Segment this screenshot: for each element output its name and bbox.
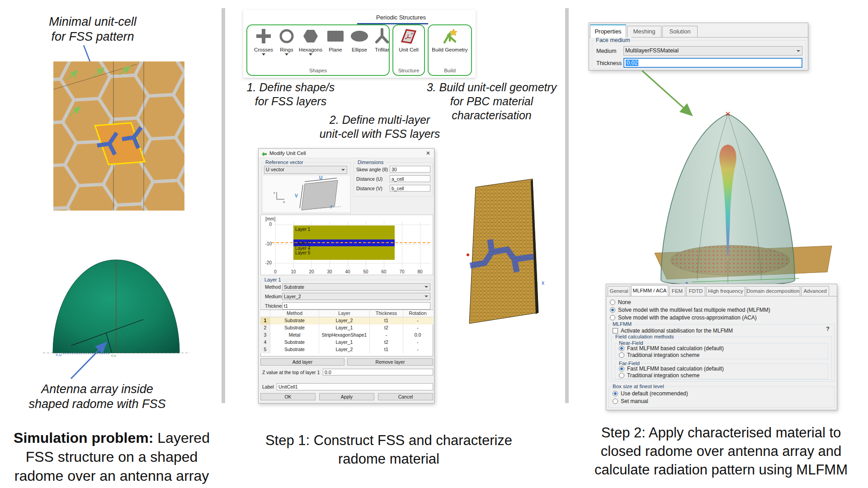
chevron-down-icon [341,169,345,173]
table-row[interactable]: 1 Substrate Layer_2 t1 - [260,317,433,324]
tab-solution[interactable]: Solution [662,26,698,38]
radio-aca[interactable]: Solve model with the adaptive cross-appr… [610,314,757,321]
tab-fdtd[interactable]: FDTD [686,286,705,296]
tab-properties[interactable]: Properties [590,24,626,38]
ribbon-button-unit-cell[interactable]: Unit Cell [395,27,422,52]
trifilar-icon [372,27,392,45]
medium-label: Medium [265,294,282,299]
table-row[interactable]: 3 Metal StripHexagonShape1 - 0.0 [260,332,433,339]
tab-advanced[interactable]: Advanced [801,286,829,296]
apply-button[interactable]: Apply [319,393,374,400]
diagram-theta-label: θ [330,205,332,209]
z-value-field[interactable]: 0.0 [323,369,433,375]
ellipse-icon [349,27,369,45]
chevron-down-icon[interactable] [309,53,312,57]
table-row[interactable]: 4 Substrate Layer_1 t2 - [260,339,433,346]
radome-dome-image: X,U Y,V [43,246,190,359]
tab-mlfmm-aca[interactable]: MLFMM / ACA [631,285,668,296]
caption-step2: Step 2: Apply characterised material to … [579,424,863,479]
field-calculation-label: Field calculation methods [614,334,675,339]
caption-step1: Step 1: Construct FSS and characterize r… [251,432,527,469]
tab-general[interactable]: General [608,286,630,296]
mlfmm-group-label: MLFMM [611,321,633,327]
note-step1-shapes: 1. Define shape/s for FSS layers [239,80,343,108]
help-icon[interactable]: ? [826,325,830,332]
ribbon-button-hexagons[interactable]: Hexagons [299,27,322,57]
radio-mlfmm[interactable]: Solve model with the multilevel fast mul… [610,307,770,313]
radio-far-traditional[interactable]: Traditional integration scheme [619,372,699,379]
layer1-group-label: Layer 1 [263,277,283,282]
layer-stack-plot: [mm] Layer 1 Layer 2 Layer 4 Layer 5 0 -… [260,215,433,275]
add-layer-button[interactable]: Add layer [260,358,344,366]
tab-fem[interactable]: FEM [669,286,685,296]
reference-vector-label: Reference vector [264,160,305,165]
thickness-field[interactable]: t1 [282,302,430,310]
checkbox-stabilisation[interactable]: Activate additional stabilisation for th… [613,328,733,334]
plot-layer2-label: Layer 2 [295,240,310,245]
table-header-row: Method Layer Thickness Rotation [260,310,433,317]
face-medium-label: Face medium [594,37,632,43]
ribbon-button-crosses[interactable]: Crosses [252,27,275,57]
column-divider [222,8,225,403]
unit-cell-icon [399,27,419,45]
chevron-down-icon [425,286,428,290]
table-row[interactable]: 2 Substrate Layer_1 t2 - [260,324,433,332]
distance-v-field[interactable]: b_cell [390,185,430,192]
unit-cell-vector-diagram: U V θ v u [263,176,350,212]
hexagons-icon [301,27,321,45]
close-icon[interactable]: ✕ [426,150,430,156]
skew-angle-field[interactable]: 30 [390,166,430,173]
ribbon-button-build-geometry[interactable]: Build Geometry [429,27,470,52]
build-group-label: Build [428,68,472,73]
ok-button[interactable]: OK [260,393,316,400]
method-select[interactable]: Substrate [282,283,430,291]
radio-none[interactable]: None [610,299,631,305]
radio-far-fast-mlfmm[interactable]: Fast MLFMM based calculation (default) [619,366,724,372]
dialog-title: Modify Unit Cell [269,150,306,156]
radio-use-default[interactable]: Use default (recommended) [613,390,688,397]
plot-layer5-label: Layer 5 [295,250,310,255]
chevron-down-icon [797,50,800,54]
box-size-label: Box size at finest level [611,384,665,389]
medium-select[interactable]: MultilayerFSSMateial [623,46,802,56]
chevron-down-icon[interactable] [262,53,265,57]
ribbon-button-trifilar[interactable]: Trifilar [370,27,394,52]
label-field[interactable]: UnitCell1 [277,383,433,390]
modify-unit-cell-dialog: Modify Unit Cell ✕ Reference vector U ve… [258,148,434,404]
diagram-v-label: V [295,193,298,198]
ribbon-button-ellipse[interactable]: Ellipse [348,27,371,52]
distance-v-label: Distance (V) [356,186,382,191]
axis-label-xu: X,U [56,353,62,357]
remove-layer-button[interactable]: Remove layer [347,358,433,366]
radome-radiation-pattern-image: x [646,103,836,293]
radio-set-manual[interactable]: Set manual [613,398,648,404]
structure-group-label: Structure [392,68,425,73]
tab-periodic-structures[interactable]: Periodic Structures [373,14,429,21]
distance-u-field[interactable]: a_cell [390,175,430,182]
solver-settings-panel: General MLFMM / ACA FEM FDTD High freque… [606,284,837,410]
radio-near-traditional[interactable]: Traditional integration scheme [619,352,699,358]
thickness-field[interactable]: 0.02 [623,58,802,68]
diagram-axis-v: v [274,191,275,194]
caption-simulation-problem: Simulation problem: Layered FSS structur… [4,428,220,486]
cancel-button[interactable]: Cancel [378,393,433,400]
diagram-axis-u: u [283,200,285,203]
reference-vector-select[interactable]: U vector [264,166,347,174]
skew-angle-label: Skew angle (θ) [356,167,388,172]
table-row[interactable]: 5 Substrate Layer_2 t1 - [260,346,433,353]
meshed-fss-panel-image: x [465,177,551,331]
note-minimal-unit-cell: Minimal unit-cell for FSS pattern [25,14,160,45]
ribbon-button-plane[interactable]: Plane [324,27,347,52]
z-value-label: Z value at the top of layer 1 [262,370,320,375]
chevron-down-icon[interactable] [285,53,288,57]
dialog-titlebar[interactable]: Modify Unit Cell ✕ [259,149,434,158]
medium-select[interactable]: Layer_2 [282,293,430,300]
dimensions-label: Dimensions [356,160,385,165]
tab-domain-decomposition[interactable]: Domain decomposition [746,286,800,296]
ribbon-button-rings[interactable]: Rings [275,27,298,57]
label-label: Label [262,384,274,389]
radio-near-fast-mlfmm[interactable]: Fast MLFMM based calculation (default) [619,345,724,352]
tab-high-frequency[interactable]: High frequency [706,286,745,296]
tab-meshing[interactable]: Meshing [627,26,661,38]
medium-label: Medium [596,48,616,54]
